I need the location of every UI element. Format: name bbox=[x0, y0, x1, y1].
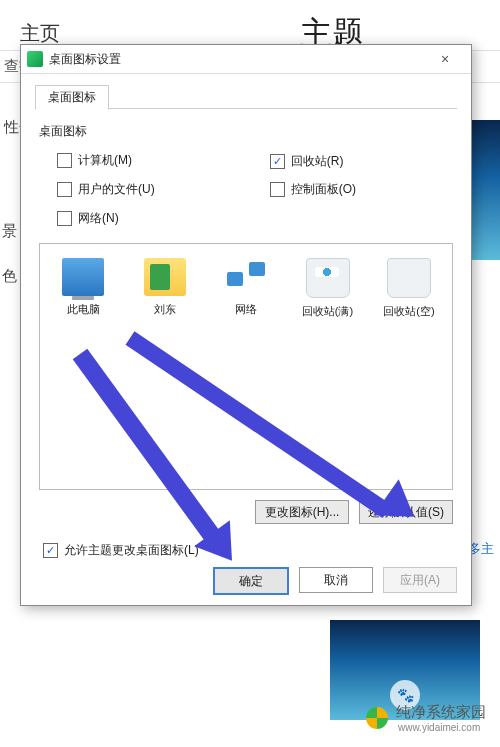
checkbox-computer[interactable]: 计算机(M) bbox=[57, 152, 132, 169]
network-icon bbox=[225, 258, 267, 296]
watermark-brand: 纯净系统家园 bbox=[396, 703, 486, 722]
icon-recycle-full[interactable]: 回收站(满) bbox=[293, 258, 363, 319]
close-button[interactable]: × bbox=[425, 51, 465, 67]
checkbox-network[interactable]: 网络(N) bbox=[57, 210, 119, 227]
change-icon-button[interactable]: 更改图标(H)... bbox=[255, 500, 349, 524]
breadcrumb: 主页 bbox=[20, 20, 60, 47]
checkbox-label: 用户的文件(U) bbox=[78, 181, 155, 198]
checkbox-cpanel[interactable]: 控制面板(O) bbox=[270, 181, 356, 198]
checkbox-label: 允许主题更改桌面图标(L) bbox=[64, 542, 199, 559]
icon-label: 此电脑 bbox=[48, 302, 118, 317]
sidebar-label-background: 景 bbox=[0, 220, 19, 243]
section-label: 桌面图标 bbox=[39, 123, 453, 140]
cancel-button[interactable]: 取消 bbox=[299, 567, 373, 593]
checkbox-recycle[interactable]: ✓ 回收站(R) bbox=[270, 153, 344, 170]
watermark-url: www.yidaimei.com bbox=[398, 722, 486, 733]
dialog-icon bbox=[27, 51, 43, 67]
checkbox-box: ✓ bbox=[43, 543, 58, 558]
watermark: 纯净系统家园 www.yidaimei.com bbox=[366, 703, 486, 733]
user-folder-icon bbox=[144, 258, 186, 296]
sidebar-label-colors: 色 bbox=[0, 265, 19, 288]
tab-strip: 桌面图标 bbox=[35, 84, 457, 109]
icon-label: 回收站(空) bbox=[374, 304, 444, 319]
checkbox-box bbox=[57, 211, 72, 226]
icon-recycle-empty[interactable]: 回收站(空) bbox=[374, 258, 444, 319]
dialog-title: 桌面图标设置 bbox=[49, 51, 425, 68]
desktop-icon-settings-dialog: 桌面图标设置 × 桌面图标 桌面图标 计算机(M) ✓ bbox=[20, 44, 472, 606]
icon-label: 网络 bbox=[211, 302, 281, 317]
checkbox-label: 计算机(M) bbox=[78, 152, 132, 169]
ok-button[interactable]: 确定 bbox=[213, 567, 289, 595]
icon-label: 刘东 bbox=[130, 302, 200, 317]
apply-button[interactable]: 应用(A) bbox=[383, 567, 457, 593]
icon-user[interactable]: 刘东 bbox=[130, 258, 200, 319]
icon-this-pc[interactable]: 此电脑 bbox=[48, 258, 118, 319]
tab-desktop-icons[interactable]: 桌面图标 bbox=[35, 85, 109, 110]
icon-preview-box[interactable]: 此电脑 刘东 网络 回收站(满) 回收站(空) bbox=[39, 243, 453, 490]
checkbox-label: 控制面板(O) bbox=[291, 181, 356, 198]
icon-network[interactable]: 网络 bbox=[211, 258, 281, 319]
recycle-empty-icon bbox=[387, 258, 431, 298]
checkbox-box bbox=[270, 182, 285, 197]
checkbox-allow-theme[interactable]: ✓ 允许主题更改桌面图标(L) bbox=[43, 542, 199, 559]
checkbox-userfiles[interactable]: 用户的文件(U) bbox=[57, 181, 155, 198]
restore-defaults-button[interactable]: 还原默认值(S) bbox=[359, 500, 453, 524]
checkbox-label: 网络(N) bbox=[78, 210, 119, 227]
checkbox-box: ✓ bbox=[270, 154, 285, 169]
checkbox-box bbox=[57, 153, 72, 168]
checkbox-box bbox=[57, 182, 72, 197]
watermark-logo-icon bbox=[366, 707, 388, 729]
checkbox-label: 回收站(R) bbox=[291, 153, 344, 170]
titlebar: 桌面图标设置 × bbox=[21, 45, 471, 74]
computer-icon bbox=[62, 258, 104, 296]
recycle-full-icon bbox=[306, 258, 350, 298]
icon-label: 回收站(满) bbox=[293, 304, 363, 319]
